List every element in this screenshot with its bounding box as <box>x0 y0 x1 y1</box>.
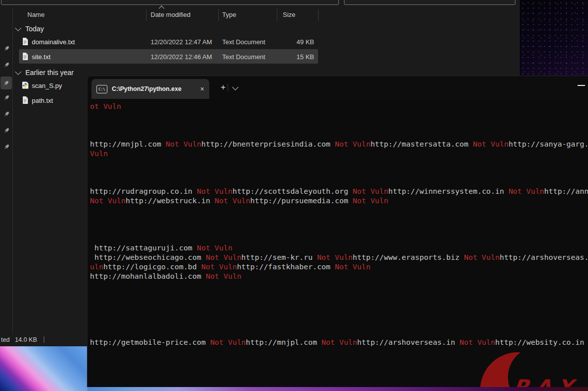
file-date-modified: 12/20/2022 12:47 AM <box>151 38 212 46</box>
new-tab-button[interactable]: + <box>216 80 231 95</box>
terminal-line <box>87 224 588 234</box>
scanned-url-text: http://getmobile-price.com <box>90 338 210 346</box>
terminal-line: Vuln <box>87 149 588 158</box>
column-header-name[interactable]: Name <box>27 11 45 18</box>
terminal-line: http://getmobile-price.com Not Vulnhttp:… <box>87 337 588 347</box>
file-name: scan_S.py <box>32 82 62 89</box>
group-label: Today <box>25 25 44 33</box>
scanned-url-text: http://ann <box>544 187 588 195</box>
terminal-line <box>87 347 588 356</box>
column-separator[interactable] <box>218 9 219 21</box>
terminal-line <box>87 111 588 120</box>
search-bar[interactable] <box>344 0 515 5</box>
cmd-prompt-icon: C:\ <box>96 85 107 93</box>
scanned-url-text: http://sem-kr.ru <box>242 253 317 261</box>
text-document-icon <box>22 96 28 105</box>
terminal-tab-title: C:\Python27\python.exe <box>112 85 196 92</box>
minimize-button[interactable] <box>578 85 585 86</box>
quick-access-pin-icon[interactable] <box>2 44 11 53</box>
scanned-url-text: http://mohanlalbadoli.com <box>90 272 206 280</box>
scanned-url-text: http://arshoverseas. <box>500 253 588 261</box>
scan-status-text: Not Vuln <box>210 338 246 346</box>
column-separator[interactable] <box>277 9 277 21</box>
quick-access-pin-icon[interactable] <box>2 126 11 135</box>
text-document-icon <box>22 53 28 62</box>
scan-status-text: Not Vuln <box>90 196 126 205</box>
quick-access-pin-icon[interactable] <box>2 60 11 69</box>
terminal-tab[interactable]: C:\ C:\Python27\python.exe × <box>91 79 209 99</box>
scan-status-text: Not Vuln <box>353 187 389 195</box>
quick-access-pin-icon[interactable] <box>2 142 11 151</box>
column-header-size[interactable]: Size <box>283 11 295 18</box>
scan-status-text: ot Vuln <box>90 102 121 110</box>
terminal-line <box>87 205 588 215</box>
column-header-date-modified[interactable]: Date modified <box>151 11 190 18</box>
file-size: 15 KB <box>277 53 314 61</box>
terminal-line <box>87 375 588 385</box>
scan-status-text: Not Vuln <box>460 338 496 346</box>
quick-access-pin-icon[interactable] <box>0 77 12 89</box>
terminal-line: http://rudragroup.co.in Not Vulnhttp://s… <box>87 186 588 196</box>
desktop: NameDate modifiedTypeSize Todaydomainali… <box>0 0 588 391</box>
scan-status-text: Not Vuln <box>201 262 237 271</box>
scan-status-text: Not Vuln <box>335 262 371 271</box>
terminal-line <box>87 356 588 366</box>
scan-status-text: Not Vuln <box>166 140 201 148</box>
file-type: Text Document <box>222 53 265 61</box>
group-header-earlier-this-year[interactable]: Earlier this year <box>13 67 74 78</box>
scanned-url-text: http://fastkhaber.com <box>237 262 335 271</box>
terminal-line <box>87 281 588 290</box>
quick-access-pin-icon[interactable] <box>2 109 11 118</box>
terminal-line: http://webseochicago.com Not Vulnhttp://… <box>87 252 588 262</box>
column-separator[interactable] <box>146 9 147 21</box>
file-name: path.txt <box>32 97 53 104</box>
file-size: 49 KB <box>277 38 314 46</box>
scan-status-text: Not Vuln <box>473 140 508 148</box>
scan-status-text: Not Vuln <box>508 187 544 195</box>
group-label: Earlier this year <box>25 69 74 77</box>
tab-close-icon[interactable]: × <box>200 85 204 93</box>
column-header-type[interactable]: Type <box>222 11 236 18</box>
desktop-wallpaper-right <box>520 0 588 76</box>
terminal-output: ot Vulnhttp://mnjpl.com Not Vulnhttp://b… <box>87 101 588 385</box>
terminal-line <box>87 120 588 130</box>
scan-status-text: Not Vuln <box>197 243 233 252</box>
scan-status-text: Not Vuln <box>206 253 242 261</box>
scanned-url-text: http://scottsdaleyouth.org <box>233 187 353 195</box>
terminal-window: C:\ C:\Python27\python.exe × + RAX FORUM… <box>87 76 588 387</box>
sort-ascending-icon <box>159 5 164 11</box>
scan-status-text: uln <box>90 262 103 271</box>
scanned-url-text: http://www.erasports.biz <box>353 253 464 261</box>
address-bar[interactable] <box>1 0 339 5</box>
scan-status-text: Vuln <box>90 149 108 157</box>
status-text: ted <box>1 336 9 343</box>
scanned-url-text: http://winnerssystem.co.in <box>388 187 508 195</box>
scan-status-text: Not Vuln <box>335 140 371 148</box>
scan-status-text: Not Vuln <box>464 253 500 261</box>
scan-status-text: Not Vuln <box>206 272 242 280</box>
chevron-down-icon <box>15 25 21 31</box>
terminal-line: ulnhttp://logicgo.com.bd Not Vulnhttp://… <box>87 262 588 271</box>
scanned-url-text: http://webstruck.in <box>126 196 215 205</box>
terminal-line <box>87 215 588 224</box>
scanned-url-text: http://mnjpl.com <box>246 338 322 346</box>
chevron-down-icon[interactable] <box>232 84 239 90</box>
terminal-line <box>87 130 588 139</box>
terminal-line <box>87 158 588 167</box>
file-row[interactable]: site.txt12/20/2022 12:46 AMText Document… <box>13 50 520 64</box>
group-header-today[interactable]: Today <box>13 23 44 35</box>
quick-access-pin-icon[interactable] <box>2 93 11 102</box>
file-name: domainalive.txt <box>32 38 75 46</box>
scanned-url-text: http://webseochicago.com <box>90 253 206 261</box>
scanned-url-text: http://pursuemedia.com <box>251 196 353 205</box>
terminal-line <box>87 177 588 186</box>
terminal-line <box>87 309 588 318</box>
terminal-line <box>87 318 588 328</box>
column-separator[interactable] <box>318 9 319 21</box>
file-row[interactable]: domainalive.txt12/20/2022 12:47 AMText D… <box>13 35 520 49</box>
terminal-viewport[interactable]: RAX FORUM ot Vulnhttp://mnjpl.com Not Vu… <box>87 99 588 387</box>
column-headers: NameDate modifiedTypeSize <box>13 8 520 22</box>
terminal-line <box>87 300 588 309</box>
terminal-line: http://mohanlalbadoli.com Not Vuln <box>87 271 588 281</box>
terminal-line: ot Vuln <box>87 101 588 111</box>
